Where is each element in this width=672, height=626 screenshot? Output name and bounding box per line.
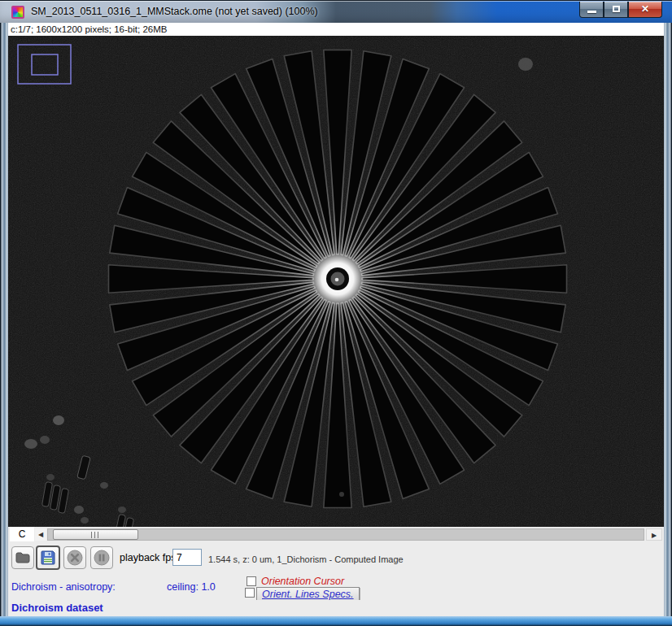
abort-button[interactable]: [63, 546, 86, 569]
title-bar[interactable]: SM_2013_0511_0316_1_MMStack.ome (not yet…: [0, 0, 672, 23]
display-mode-label: Dichroism - anisotropy:: [11, 581, 116, 593]
dataset-row: Dichroism dataset: [8, 600, 664, 616]
display-options-row: Dichroism - anisotropy: ceiling: 1.0 Ori…: [8, 574, 664, 600]
scrollbar-left-arrow[interactable]: ◀: [35, 528, 46, 541]
orientation-cursor-checkbox[interactable]: [247, 576, 256, 586]
orient-lines-checkbox[interactable]: [245, 588, 255, 598]
playback-fps-input[interactable]: [172, 549, 202, 566]
save-disk-icon: [41, 550, 55, 565]
siemens-star-image: [8, 36, 664, 527]
folder-icon: [15, 552, 30, 563]
minimize-icon: [587, 11, 596, 13]
image-canvas[interactable]: [8, 36, 664, 527]
mmstack-viewer-window: SM_2013_0511_0316_1_MMStack.ome (not yet…: [0, 0, 672, 626]
window-frame-left: [0, 0, 8, 626]
frame-status-text: 1.544 s, z: 0 um, 1_Dichorism - Computed…: [208, 554, 404, 564]
scrollbar-right-arrow[interactable]: ▶: [646, 528, 662, 541]
image-info-bar: c:1/7; 1600x1200 pixels; 16-bit; 26MB: [8, 23, 664, 36]
window-title: SM_2013_0511_0316_1_MMStack.ome (not yet…: [31, 6, 318, 17]
close-button[interactable]: ✕: [628, 2, 662, 18]
scrollbar-grip-icon: [91, 532, 101, 538]
orientation-cursor-label: Orientation Cursor: [261, 576, 344, 587]
close-icon: ✕: [629, 3, 661, 15]
window-frame-right: [664, 0, 672, 626]
playback-controls-row: playback fps: 1.544 s, z: 0 um, 1_Dichor…: [8, 543, 664, 574]
ceiling-value-label: ceiling: 1.0: [167, 581, 216, 593]
channel-axis-label: C: [10, 527, 34, 541]
maximize-button[interactable]: [604, 2, 628, 18]
channel-scrollbar-row: C ◀ ▶: [8, 527, 664, 543]
abort-x-icon: [67, 550, 83, 566]
pause-icon: [94, 550, 110, 566]
orient-lines-specs-button[interactable]: Orient. Lines Specs.: [256, 587, 360, 601]
window-content: c:1/7; 1600x1200 pixels; 16-bit; 26MB C …: [8, 23, 664, 616]
window-frame-bottom: [0, 616, 672, 626]
app-icon: [11, 6, 24, 19]
window-controls: ✕: [579, 2, 662, 18]
minimize-button[interactable]: [579, 2, 604, 18]
save-button[interactable]: [36, 546, 60, 570]
channel-scrollbar-thumb[interactable]: [53, 529, 138, 540]
playback-fps-label: playback fps:: [120, 552, 179, 563]
maximize-icon: [613, 6, 620, 12]
dataset-name-label: Dichroism dataset: [11, 602, 103, 614]
open-folder-button[interactable]: [11, 546, 34, 569]
pause-button[interactable]: [90, 546, 113, 569]
channel-scrollbar-track[interactable]: [47, 528, 644, 541]
